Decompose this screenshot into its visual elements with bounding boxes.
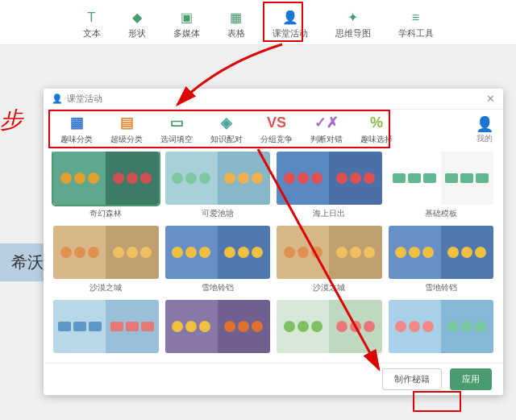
- toolbar-shape[interactable]: ◆形状: [123, 9, 151, 41]
- template-label: 海上日出: [313, 208, 345, 219]
- highlight-toolbar: [263, 2, 303, 42]
- template-thumb[interactable]: [53, 300, 159, 353]
- template-label: 雪地铃铛: [202, 282, 234, 293]
- user-icon: 👤: [476, 115, 493, 133]
- template-card[interactable]: 沙漠之城: [277, 226, 382, 293]
- template-thumb[interactable]: [389, 152, 494, 205]
- template-card[interactable]: 雪地铃铛: [389, 226, 494, 293]
- template-gallery[interactable]: 奇幻森林可爱池塘海上日出基础模板沙漠之城雪地铃铛沙漠之城雪地铃铛: [44, 152, 503, 363]
- template-label: 奇幻森林: [89, 208, 122, 219]
- template-card[interactable]: 基础模板: [389, 152, 494, 219]
- toolbar-mindmap[interactable]: ✦思维导图: [331, 9, 376, 41]
- toolbar-text[interactable]: T文本: [78, 9, 106, 41]
- panel-header: 👤 课堂活动 ✕: [44, 89, 503, 110]
- template-card[interactable]: 可爱池塘: [165, 152, 271, 219]
- apply-button[interactable]: 应用: [450, 368, 492, 390]
- template-thumb[interactable]: [277, 300, 382, 353]
- person-icon: 👤: [52, 94, 63, 104]
- template-thumb[interactable]: [165, 226, 271, 279]
- template-thumb[interactable]: [277, 152, 382, 205]
- panel-footer: 制作秘籍 应用: [44, 363, 503, 395]
- highlight-footer-button: [413, 391, 461, 412]
- panel-title: 课堂活动: [67, 93, 102, 105]
- template-label: 雪地铃铛: [425, 282, 457, 293]
- template-label: 可爱池塘: [202, 208, 234, 219]
- close-icon[interactable]: ✕: [486, 93, 495, 105]
- mindmap-icon: ✦: [347, 10, 358, 25]
- template-thumb[interactable]: [165, 152, 271, 205]
- text-icon: T: [88, 10, 96, 25]
- template-thumb[interactable]: [389, 300, 494, 353]
- toolbar-subject-tools[interactable]: ≡学科工具: [393, 9, 439, 41]
- template-thumb[interactable]: [53, 226, 159, 279]
- shape-icon: ◆: [132, 10, 142, 25]
- my-button[interactable]: 👤我的: [476, 115, 493, 144]
- template-card[interactable]: [277, 300, 382, 356]
- template-thumb[interactable]: [389, 226, 494, 279]
- template-card[interactable]: 海上日出: [277, 152, 382, 219]
- template-card[interactable]: [389, 300, 494, 356]
- highlight-tabs: [48, 110, 390, 148]
- background-text: 步: [0, 105, 23, 135]
- toolbar-media[interactable]: ▣多媒体: [169, 9, 205, 41]
- template-label: 沙漠之城: [313, 282, 345, 293]
- toolbar-table[interactable]: ▦表格: [223, 9, 250, 41]
- template-label: 基础模板: [425, 208, 457, 219]
- tips-button[interactable]: 制作秘籍: [382, 368, 442, 390]
- tools-icon: ≡: [412, 10, 419, 25]
- template-thumb[interactable]: [53, 152, 159, 205]
- template-thumb[interactable]: [277, 226, 382, 279]
- template-card[interactable]: [53, 300, 159, 356]
- template-thumb[interactable]: [165, 300, 271, 353]
- table-icon: ▦: [230, 10, 242, 25]
- template-card[interactable]: 奇幻森林: [53, 152, 159, 219]
- template-card[interactable]: 沙漠之城: [53, 226, 159, 293]
- media-icon: ▣: [181, 10, 193, 25]
- template-card[interactable]: 雪地铃铛: [165, 226, 271, 293]
- template-label: 沙漠之城: [89, 282, 122, 293]
- template-card[interactable]: [165, 300, 271, 356]
- top-toolbar: T文本 ◆形状 ▣多媒体 ▦表格 👤课堂活动 ✦思维导图 ≡学科工具: [0, 0, 516, 45]
